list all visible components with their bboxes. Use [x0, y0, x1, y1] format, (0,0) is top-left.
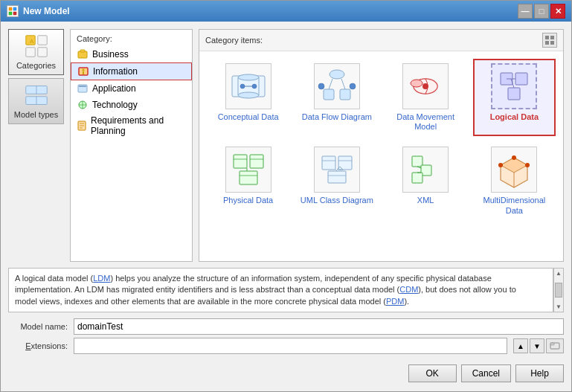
svg-rect-2 — [9, 12, 12, 15]
xml-icon — [402, 147, 449, 193]
categories-icon: A — [25, 34, 48, 58]
svg-rect-28 — [550, 36, 554, 39]
svg-rect-3 — [13, 12, 16, 15]
extensions-spinner-down[interactable]: ▼ — [530, 338, 544, 353]
item-data-movement-model[interactable]: Data Movement Model — [385, 59, 467, 136]
new-model-dialog: New Model — □ ✕ A — [0, 0, 572, 392]
item-conceptual-data[interactable]: Conceptual Data — [207, 59, 289, 136]
extensions-browse-button[interactable] — [546, 338, 564, 353]
svg-rect-82 — [550, 343, 554, 345]
description-content: A logical data model (LDM) helps you ana… — [15, 274, 516, 306]
svg-rect-62 — [322, 156, 335, 170]
svg-rect-1 — [13, 7, 16, 10]
svg-rect-40 — [324, 89, 334, 100]
bottom-buttons: OK Cancel Help — [8, 360, 564, 384]
technology-icon — [77, 99, 89, 111]
help-button[interactable]: Help — [515, 364, 564, 382]
category-header-label: Category: — [71, 33, 192, 46]
data-flow-label: Data Flow Diagram — [302, 112, 372, 122]
categories-button[interactable]: A Categories — [8, 29, 64, 75]
items-grid: Conceptual Data — [199, 51, 563, 261]
cdm-link[interactable]: CDM — [399, 285, 418, 294]
dialog-content: A Categories Model types — [1, 22, 571, 391]
svg-rect-14 — [80, 50, 85, 52]
category-item-technology[interactable]: Technology — [71, 97, 192, 113]
svg-point-35 — [238, 92, 259, 98]
minimize-button[interactable]: — — [518, 4, 533, 19]
category-panel: Category: Business — [70, 29, 193, 262]
ldm-link[interactable]: LDM — [93, 274, 110, 283]
pdm-link[interactable]: PDM — [386, 297, 404, 306]
items-header: Category items: — [199, 30, 563, 51]
svg-point-39 — [330, 70, 344, 79]
svg-rect-5 — [37, 36, 46, 45]
ok-button[interactable]: OK — [408, 364, 457, 382]
window-title: New Model — [23, 6, 518, 16]
scroll-up-arrow[interactable]: ▲ — [556, 270, 562, 277]
svg-point-49 — [422, 83, 428, 89]
category-item-business[interactable]: Business — [71, 46, 192, 62]
physical-data-icon — [225, 147, 271, 193]
multidim-icon — [491, 147, 537, 193]
conceptual-data-icon — [225, 63, 271, 109]
physical-data-label: Physical Data — [223, 196, 273, 205]
category-information-label: Information — [93, 66, 138, 77]
model-types-button[interactable]: Model types — [8, 78, 64, 124]
item-uml-class-diagram[interactable]: UML Class Diagram — [295, 142, 378, 219]
description-scrollbar[interactable]: ▲ ▼ — [553, 268, 564, 312]
extensions-spinner-up[interactable]: ▲ — [513, 338, 528, 353]
scroll-down-arrow[interactable]: ▼ — [556, 303, 562, 310]
svg-rect-27 — [545, 36, 549, 39]
xml-label: XML — [417, 196, 434, 205]
item-xml[interactable]: XML — [385, 142, 467, 219]
conceptual-data-label: Conceptual Data — [218, 112, 279, 122]
category-application-label: Application — [92, 83, 136, 94]
close-button[interactable]: ✕ — [550, 4, 565, 19]
extensions-input[interactable] — [74, 338, 507, 354]
svg-rect-41 — [340, 89, 350, 100]
svg-point-48 — [411, 80, 422, 87]
svg-text:A: A — [30, 38, 34, 45]
category-item-information[interactable]: Information — [71, 62, 192, 80]
left-panel: A Categories Model types — [8, 29, 64, 262]
svg-rect-30 — [550, 41, 554, 45]
svg-point-32 — [238, 74, 259, 80]
svg-rect-7 — [37, 48, 46, 57]
svg-point-78 — [498, 163, 503, 167]
svg-rect-52 — [508, 88, 520, 100]
model-types-icon — [25, 83, 48, 107]
extensions-controls: ▲ ▼ — [513, 338, 564, 353]
title-bar: New Model — □ ✕ — [1, 1, 571, 22]
item-logical-data[interactable]: Logical Data — [473, 59, 556, 136]
svg-rect-17 — [83, 71, 84, 74]
category-business-label: Business — [92, 49, 129, 60]
extensions-label: Extensions: — [8, 341, 68, 350]
window-icon — [7, 5, 19, 17]
svg-rect-0 — [9, 7, 12, 10]
svg-rect-55 — [234, 155, 247, 168]
model-types-label: Model types — [14, 110, 58, 119]
extensions-row: Extensions: ▲ ▼ — [8, 338, 564, 354]
svg-rect-51 — [515, 73, 527, 85]
scroll-thumb — [555, 283, 562, 298]
item-data-flow-diagram[interactable]: Data Flow Diagram — [295, 59, 378, 136]
cancel-button[interactable]: Cancel — [461, 364, 511, 382]
svg-rect-6 — [25, 48, 34, 57]
category-item-application[interactable]: Application — [71, 80, 192, 97]
requirements-icon — [77, 120, 87, 132]
item-multidimensional-data[interactable]: MultiDimensional Data — [473, 142, 556, 219]
view-toggle-button[interactable] — [542, 33, 557, 48]
multidim-label: MultiDimensional Data — [478, 196, 551, 215]
model-name-row: Model name: — [8, 318, 564, 335]
model-name-input[interactable] — [74, 318, 564, 335]
business-icon — [77, 48, 89, 60]
svg-rect-72 — [412, 173, 422, 183]
data-flow-icon — [314, 63, 360, 109]
item-physical-data[interactable]: Physical Data — [207, 142, 289, 219]
information-icon — [77, 65, 89, 77]
category-item-requirements[interactable]: Requirements and Planning — [71, 113, 192, 138]
application-icon — [77, 83, 89, 94]
maximize-button[interactable]: □ — [534, 4, 549, 19]
svg-point-44 — [318, 83, 324, 89]
svg-line-43 — [341, 79, 345, 89]
